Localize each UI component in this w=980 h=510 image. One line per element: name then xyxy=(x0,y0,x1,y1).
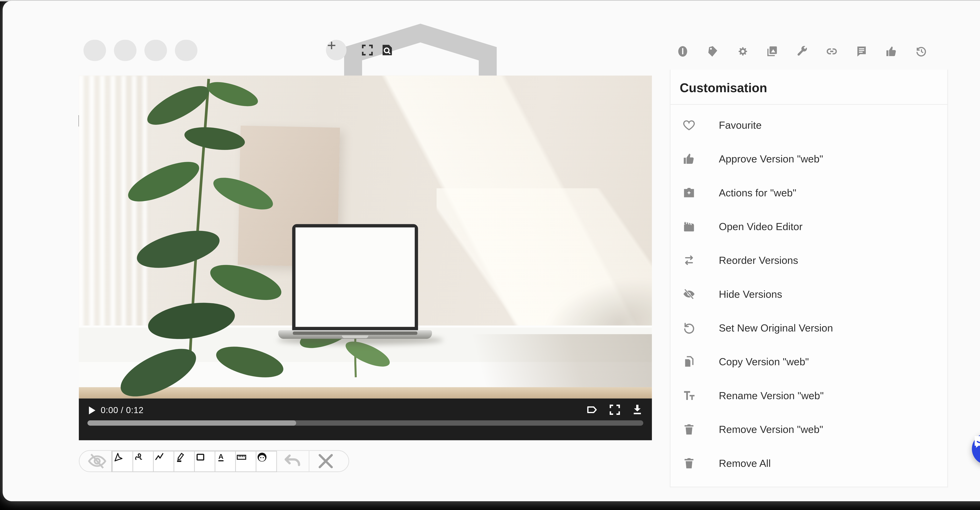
download-filled-icon xyxy=(631,403,644,416)
menu-item[interactable]: Actions for "web" xyxy=(670,176,947,209)
menu-item[interactable]: Favourite xyxy=(670,108,947,142)
gear-icon xyxy=(736,45,749,57)
preview-search-icon xyxy=(380,43,394,57)
images-icon xyxy=(766,45,778,57)
menu-item[interactable]: Approve Version "web" xyxy=(670,142,947,175)
toolbar-icon-button[interactable] xyxy=(885,45,898,57)
thumbs-up-icon xyxy=(682,142,696,175)
progress-fill xyxy=(88,420,296,426)
toolbar-icon-button[interactable] xyxy=(766,45,778,57)
undo-icon[interactable] xyxy=(282,451,303,471)
menu-item-label: Copy Version "web" xyxy=(719,355,809,368)
close-x-icon[interactable] xyxy=(315,451,336,471)
svg-text:A: A xyxy=(218,452,224,460)
menu-item[interactable]: Set New Original Version xyxy=(670,311,947,345)
toolbar-icon-button[interactable] xyxy=(915,45,928,57)
text-a-icon: A xyxy=(216,451,235,471)
annotation-tool-button[interactable] xyxy=(133,451,153,471)
rename-icon xyxy=(682,379,696,412)
menu-item-label: Set New Original Version xyxy=(719,322,833,334)
copy-icon xyxy=(682,345,696,379)
asset-toolbar xyxy=(676,33,928,70)
panel-menu: Favourite Approve Version "web" Actions … xyxy=(670,105,947,480)
player-right-controls xyxy=(576,403,644,416)
annotation-tool-button[interactable] xyxy=(153,451,174,471)
zigzag-icon xyxy=(154,451,173,471)
version-tab[interactable] xyxy=(83,40,106,61)
menu-item-label: Actions for "web" xyxy=(719,186,796,199)
eye-off-icon xyxy=(682,277,696,311)
panel-title: Customisation xyxy=(670,70,947,104)
progress-bar[interactable] xyxy=(88,420,643,426)
version-tab[interactable] xyxy=(175,40,197,61)
annotation-toolbar: A xyxy=(79,450,349,472)
annotation-tool-button[interactable] xyxy=(112,451,133,471)
video-controls-bar: 0:00 / 0:12 xyxy=(79,398,652,440)
annotation-tool-button[interactable] xyxy=(235,451,256,471)
laptop-screen xyxy=(292,224,418,332)
menu-item-label: Open Video Editor xyxy=(719,220,802,233)
clapperboard-icon xyxy=(682,209,696,243)
menu-item-label: Rename Version "web" xyxy=(719,390,824,402)
info-icon xyxy=(676,45,689,57)
annotation-tool-button[interactable] xyxy=(174,451,194,471)
annotation-tool-button[interactable] xyxy=(194,451,215,471)
menu-item[interactable]: Remove All xyxy=(670,446,947,480)
reorder-icon xyxy=(682,243,696,277)
menu-item-label: Remove All xyxy=(719,457,771,469)
rect-icon xyxy=(195,451,215,471)
heart-icon xyxy=(682,108,696,142)
chat-bubble-icon xyxy=(972,433,980,465)
menu-item[interactable]: Reorder Versions xyxy=(670,243,947,277)
toolbar-icon-button[interactable] xyxy=(736,45,749,57)
annotation-tool-button[interactable]: A xyxy=(215,451,235,471)
ruler-icon xyxy=(236,451,256,471)
toolbar-icon-button[interactable] xyxy=(796,45,808,57)
menu-item[interactable]: Hide Versions xyxy=(670,277,947,311)
chat-launcher-button[interactable] xyxy=(972,433,980,465)
eye-off-outline-icon[interactable] xyxy=(87,451,108,471)
time-display: 0:00 / 0:12 xyxy=(101,405,144,415)
menu-item[interactable]: Copy Version "web" xyxy=(670,345,947,379)
menu-item[interactable]: Remove Version "web" xyxy=(670,412,947,446)
wrench-icon xyxy=(796,45,808,57)
rotate-ccw-icon xyxy=(682,311,696,345)
video-download-button[interactable] xyxy=(631,403,644,416)
preview-button[interactable] xyxy=(380,43,394,57)
play-button[interactable] xyxy=(86,405,97,416)
laptop-base xyxy=(278,330,432,339)
menu-item-label: Hide Versions xyxy=(719,288,782,300)
trash-icon xyxy=(682,412,696,446)
comment-icon xyxy=(855,45,868,57)
toolbar-icon-button[interactable] xyxy=(706,45,719,57)
toolbar-icon-button[interactable] xyxy=(676,45,689,57)
history-icon xyxy=(915,45,928,57)
annotation-tool-group: A xyxy=(111,451,277,472)
customisation-panel: Customisation Favourite Approve Version … xyxy=(670,70,948,487)
squiggle-icon xyxy=(133,451,153,471)
plus-icon xyxy=(326,40,347,61)
pip-tag-icon xyxy=(585,403,599,416)
version-tabs xyxy=(83,40,205,61)
camera-action-icon xyxy=(682,176,696,209)
annotation-tool-button[interactable] xyxy=(256,451,277,471)
cursor-icon xyxy=(113,451,133,471)
menu-item-label: Remove Version "web" xyxy=(719,423,823,435)
play-icon xyxy=(86,405,97,416)
fullscreen-button[interactable] xyxy=(360,43,374,57)
face-icon xyxy=(256,451,276,471)
menu-item-label: Approve Version "web" xyxy=(719,153,823,165)
toolbar-icon-button[interactable] xyxy=(826,45,838,57)
menu-item[interactable]: Open Video Editor xyxy=(670,209,947,243)
link-icon xyxy=(826,45,838,57)
app-window: production ID_4884233.mp4 No Consent xyxy=(3,1,980,501)
tab-actions xyxy=(326,40,394,61)
version-tab[interactable] xyxy=(145,40,167,61)
menu-item[interactable]: Rename Version "web" xyxy=(670,379,947,412)
toolbar-icon-button[interactable] xyxy=(855,45,868,57)
video-frame[interactable] xyxy=(79,75,652,398)
version-tab[interactable] xyxy=(114,40,137,61)
add-version-button[interactable] xyxy=(326,40,347,61)
pip-button[interactable] xyxy=(585,403,599,416)
video-fullscreen-button[interactable] xyxy=(608,403,622,416)
